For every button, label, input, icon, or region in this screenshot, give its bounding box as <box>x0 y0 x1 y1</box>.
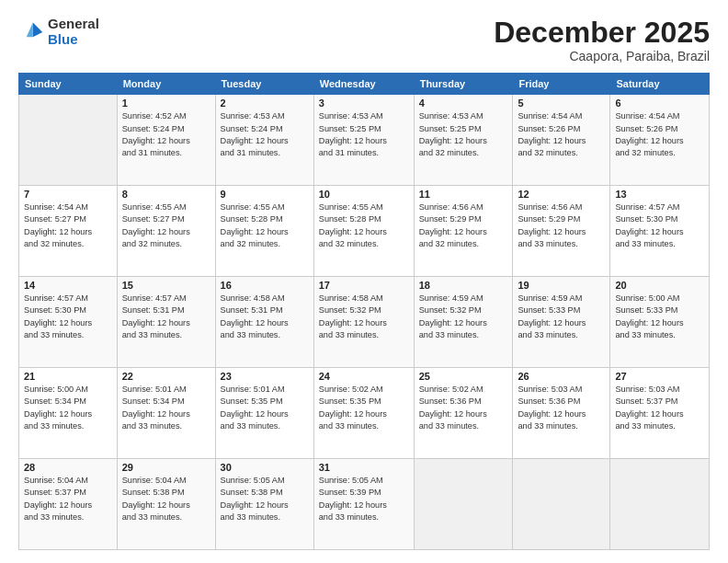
day-number: 16 <box>221 280 309 291</box>
day-number: 7 <box>24 189 112 200</box>
day-number: 27 <box>615 371 704 382</box>
calendar-cell: 19Sunrise: 4:59 AM Sunset: 5:33 PM Dayli… <box>513 277 610 368</box>
calendar-cell: 21Sunrise: 5:00 AM Sunset: 5:34 PM Dayli… <box>19 368 118 459</box>
calendar-cell: 22Sunrise: 5:01 AM Sunset: 5:34 PM Dayli… <box>117 368 215 459</box>
day-info: Sunrise: 5:04 AM Sunset: 5:38 PM Dayligh… <box>122 475 210 523</box>
day-info: Sunrise: 5:02 AM Sunset: 5:36 PM Dayligh… <box>419 384 508 432</box>
day-number: 4 <box>419 98 508 109</box>
title-block: December 2025 Caapora, Paraiba, Brazil <box>494 17 710 63</box>
day-number: 10 <box>319 189 409 200</box>
weekday-header-saturday: Saturday <box>610 74 710 95</box>
calendar-cell: 18Sunrise: 4:59 AM Sunset: 5:32 PM Dayli… <box>414 277 513 368</box>
weekday-header-wednesday: Wednesday <box>313 74 414 95</box>
day-info: Sunrise: 4:53 AM Sunset: 5:25 PM Dayligh… <box>319 110 409 159</box>
calendar-cell: 3Sunrise: 4:53 AM Sunset: 5:25 PM Daylig… <box>313 95 414 186</box>
calendar-cell: 30Sunrise: 5:05 AM Sunset: 5:38 PM Dayli… <box>215 459 313 550</box>
logo-general-text: General <box>48 17 99 32</box>
day-info: Sunrise: 5:05 AM Sunset: 5:39 PM Dayligh… <box>319 475 409 523</box>
day-number: 3 <box>319 98 409 109</box>
calendar-week-5: 28Sunrise: 5:04 AM Sunset: 5:37 PM Dayli… <box>19 459 710 550</box>
day-number: 1 <box>122 98 210 109</box>
day-number: 30 <box>221 462 309 473</box>
day-info: Sunrise: 4:53 AM Sunset: 5:25 PM Dayligh… <box>419 110 508 159</box>
svg-marker-1 <box>27 22 33 37</box>
day-number: 24 <box>319 371 409 382</box>
day-number: 5 <box>518 98 605 109</box>
calendar-cell: 20Sunrise: 5:00 AM Sunset: 5:33 PM Dayli… <box>610 277 710 368</box>
calendar-header-row: SundayMondayTuesdayWednesdayThursdayFrid… <box>19 74 710 95</box>
calendar-cell: 24Sunrise: 5:02 AM Sunset: 5:35 PM Dayli… <box>313 368 414 459</box>
day-info: Sunrise: 5:04 AM Sunset: 5:37 PM Dayligh… <box>24 475 112 523</box>
day-number: 29 <box>122 462 210 473</box>
calendar-cell: 17Sunrise: 4:58 AM Sunset: 5:32 PM Dayli… <box>313 277 414 368</box>
day-info: Sunrise: 4:59 AM Sunset: 5:33 PM Dayligh… <box>518 293 605 341</box>
calendar-cell: 7Sunrise: 4:54 AM Sunset: 5:27 PM Daylig… <box>19 186 118 277</box>
calendar-week-2: 7Sunrise: 4:54 AM Sunset: 5:27 PM Daylig… <box>19 186 710 277</box>
calendar-cell <box>19 95 118 186</box>
day-number: 11 <box>419 189 508 200</box>
day-info: Sunrise: 4:57 AM Sunset: 5:30 PM Dayligh… <box>24 293 112 341</box>
calendar-cell <box>610 459 710 550</box>
day-info: Sunrise: 4:54 AM Sunset: 5:27 PM Dayligh… <box>24 201 112 250</box>
day-number: 17 <box>319 280 409 291</box>
day-info: Sunrise: 5:00 AM Sunset: 5:33 PM Dayligh… <box>615 293 704 341</box>
weekday-header-sunday: Sunday <box>19 74 118 95</box>
calendar-cell: 8Sunrise: 4:55 AM Sunset: 5:27 PM Daylig… <box>117 186 215 277</box>
day-number: 13 <box>615 189 704 200</box>
day-number: 31 <box>319 462 409 473</box>
day-number: 26 <box>518 371 605 382</box>
day-info: Sunrise: 4:52 AM Sunset: 5:24 PM Dayligh… <box>122 110 210 159</box>
calendar-cell: 31Sunrise: 5:05 AM Sunset: 5:39 PM Dayli… <box>313 459 414 550</box>
calendar-cell: 15Sunrise: 4:57 AM Sunset: 5:31 PM Dayli… <box>117 277 215 368</box>
calendar-cell: 16Sunrise: 4:58 AM Sunset: 5:31 PM Dayli… <box>215 277 313 368</box>
calendar-cell <box>414 459 513 550</box>
day-info: Sunrise: 4:56 AM Sunset: 5:29 PM Dayligh… <box>518 201 605 250</box>
day-info: Sunrise: 5:03 AM Sunset: 5:36 PM Dayligh… <box>518 384 605 432</box>
day-number: 28 <box>24 462 112 473</box>
calendar-cell: 26Sunrise: 5:03 AM Sunset: 5:36 PM Dayli… <box>513 368 610 459</box>
day-info: Sunrise: 4:53 AM Sunset: 5:24 PM Dayligh… <box>221 110 309 159</box>
day-info: Sunrise: 4:55 AM Sunset: 5:27 PM Dayligh… <box>122 201 210 250</box>
logo-blue-text: Blue <box>48 32 99 48</box>
weekday-header-thursday: Thursday <box>414 74 513 95</box>
day-info: Sunrise: 4:58 AM Sunset: 5:31 PM Dayligh… <box>221 293 309 341</box>
calendar-table: SundayMondayTuesdayWednesdayThursdayFrid… <box>18 73 710 550</box>
calendar-cell: 14Sunrise: 4:57 AM Sunset: 5:30 PM Dayli… <box>19 277 118 368</box>
day-number: 21 <box>24 371 112 382</box>
day-info: Sunrise: 4:54 AM Sunset: 5:26 PM Dayligh… <box>518 110 605 159</box>
calendar-cell: 29Sunrise: 5:04 AM Sunset: 5:38 PM Dayli… <box>117 459 215 550</box>
weekday-header-friday: Friday <box>513 74 610 95</box>
day-info: Sunrise: 4:59 AM Sunset: 5:32 PM Dayligh… <box>419 293 508 341</box>
weekday-header-monday: Monday <box>117 74 215 95</box>
location: Caapora, Paraiba, Brazil <box>494 49 710 63</box>
calendar-cell: 1Sunrise: 4:52 AM Sunset: 5:24 PM Daylig… <box>117 95 215 186</box>
svg-marker-0 <box>33 22 43 37</box>
day-number: 6 <box>615 98 704 109</box>
page-header: General Blue December 2025 Caapora, Para… <box>18 17 710 63</box>
day-info: Sunrise: 5:00 AM Sunset: 5:34 PM Dayligh… <box>24 384 112 432</box>
calendar-cell: 27Sunrise: 5:03 AM Sunset: 5:37 PM Dayli… <box>610 368 710 459</box>
calendar-week-1: 1Sunrise: 4:52 AM Sunset: 5:24 PM Daylig… <box>19 95 710 186</box>
calendar-cell: 9Sunrise: 4:55 AM Sunset: 5:28 PM Daylig… <box>215 186 313 277</box>
calendar-cell: 11Sunrise: 4:56 AM Sunset: 5:29 PM Dayli… <box>414 186 513 277</box>
day-number: 15 <box>122 280 210 291</box>
day-number: 23 <box>221 371 309 382</box>
day-info: Sunrise: 4:54 AM Sunset: 5:26 PM Dayligh… <box>615 110 704 159</box>
day-info: Sunrise: 5:01 AM Sunset: 5:34 PM Dayligh… <box>122 384 210 432</box>
day-number: 25 <box>419 371 508 382</box>
calendar-cell: 10Sunrise: 4:55 AM Sunset: 5:28 PM Dayli… <box>313 186 414 277</box>
day-number: 20 <box>615 280 704 291</box>
calendar-week-4: 21Sunrise: 5:00 AM Sunset: 5:34 PM Dayli… <box>19 368 710 459</box>
day-info: Sunrise: 4:55 AM Sunset: 5:28 PM Dayligh… <box>221 201 309 250</box>
calendar-cell: 4Sunrise: 4:53 AM Sunset: 5:25 PM Daylig… <box>414 95 513 186</box>
weekday-header-tuesday: Tuesday <box>215 74 313 95</box>
day-number: 22 <box>122 371 210 382</box>
day-info: Sunrise: 5:01 AM Sunset: 5:35 PM Dayligh… <box>221 384 309 432</box>
day-number: 18 <box>419 280 508 291</box>
day-number: 9 <box>221 189 309 200</box>
day-info: Sunrise: 4:58 AM Sunset: 5:32 PM Dayligh… <box>319 293 409 341</box>
calendar-week-3: 14Sunrise: 4:57 AM Sunset: 5:30 PM Dayli… <box>19 277 710 368</box>
day-info: Sunrise: 5:03 AM Sunset: 5:37 PM Dayligh… <box>615 384 704 432</box>
calendar-cell: 6Sunrise: 4:54 AM Sunset: 5:26 PM Daylig… <box>610 95 710 186</box>
day-info: Sunrise: 5:05 AM Sunset: 5:38 PM Dayligh… <box>221 475 309 523</box>
